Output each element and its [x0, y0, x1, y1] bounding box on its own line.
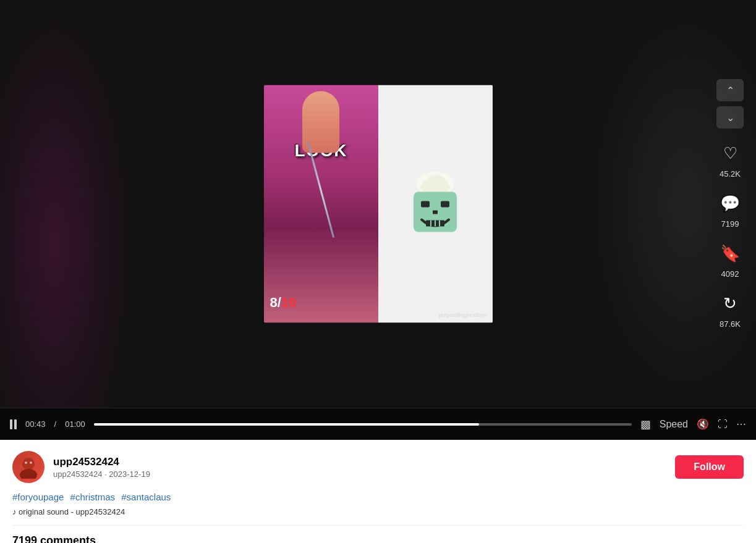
like-button[interactable]: ♡ — [716, 140, 744, 167]
speed-button[interactable]: Speed — [660, 419, 688, 430]
finger-shape — [302, 91, 339, 153]
svg-point-9 — [22, 458, 35, 470]
progress-fill — [94, 423, 480, 426]
watermark-text: putyourfingersdown — [439, 312, 488, 318]
comment-button[interactable]: 💬 — [716, 190, 744, 217]
tool-line — [307, 142, 334, 238]
creator-row: upp24532424 upp24532424 · 2023-12-19 Fol… — [12, 451, 744, 483]
svg-rect-2 — [421, 201, 430, 207]
current-time: 00:43 — [25, 419, 46, 429]
share-button[interactable]: ↻ — [716, 290, 744, 317]
speed-label: Speed — [660, 419, 688, 430]
svg-rect-4 — [433, 210, 438, 214]
svg-point-12 — [30, 461, 32, 464]
thumb-right-panel: putyourfingersdown — [378, 85, 493, 323]
comment-group: 💬 7199 — [716, 190, 744, 229]
sound-row: ♪ original sound - upp24532424 — [12, 507, 744, 516]
nav-up-button[interactable]: ⌃ — [716, 79, 744, 101]
like-group: ♡ 45.2K — [716, 140, 744, 179]
action-buttons-panel: ⌃ ⌄ ♡ 45.2K 💬 7199 🔖 4092 ↻ 87.6K — [716, 79, 744, 329]
nav-down-button[interactable]: ⌄ — [716, 106, 744, 128]
creator-handle-date: upp24532424 · 2023-12-19 — [53, 469, 666, 479]
time-separator: / — [54, 419, 57, 429]
avatar — [12, 451, 45, 483]
hashtag-christmas[interactable]: #christmas — [70, 492, 116, 502]
svg-rect-3 — [441, 201, 449, 207]
hashtags-row: #foryoupage #christmas #santaclaus — [12, 492, 744, 502]
pause-icon — [10, 419, 17, 429]
fullscreen-button[interactable]: ⛶ — [718, 419, 728, 430]
info-area: upp24532424 upp24532424 · 2023-12-19 Fol… — [0, 440, 756, 543]
cookie-svg — [404, 164, 466, 244]
share-group: ↻ 87.6K — [716, 290, 744, 329]
hashtag-santaclaus[interactable]: #santaclaus — [121, 492, 171, 502]
share-count: 87.6K — [720, 319, 741, 329]
score-white: 8/ — [270, 295, 281, 310]
thumb-left-panel: LOOK 8/10 — [264, 85, 378, 323]
sound-text: ♪ original sound - upp24532424 — [12, 507, 125, 516]
svg-point-11 — [25, 461, 27, 464]
follow-button[interactable]: Follow — [675, 455, 744, 479]
pause-bar-2 — [14, 419, 17, 429]
bookmark-count: 4092 — [721, 269, 739, 279]
finger-area — [264, 85, 378, 323]
creator-name: upp24532424 — [53, 456, 666, 468]
more-options-button[interactable]: ⋯ — [736, 418, 746, 430]
right-controls: ▩ Speed 🔇 ⛶ ⋯ — [640, 418, 746, 431]
svg-point-10 — [20, 469, 37, 479]
comments-heading: 7199 comments — [12, 525, 744, 543]
bookmark-group: 🔖 4092 — [716, 240, 744, 279]
captions-button[interactable]: ▩ — [640, 418, 651, 431]
creator-info: upp24532424 upp24532424 · 2023-12-19 — [53, 456, 666, 479]
pause-button[interactable] — [10, 419, 17, 429]
mute-button[interactable]: 🔇 — [697, 418, 709, 430]
controls-bar: 00:43 / 01:00 ▩ Speed 🔇 ⛶ ⋯ — [0, 408, 756, 440]
hashtag-foryoupage[interactable]: #foryoupage — [12, 492, 64, 502]
avatar-svg — [17, 455, 40, 479]
score-red: 10 — [281, 295, 296, 310]
bookmark-button[interactable]: 🔖 — [716, 240, 744, 267]
progress-bar[interactable] — [94, 423, 632, 426]
video-thumbnail: LOOK 8/10 — [264, 85, 493, 323]
video-player[interactable]: LOOK 8/10 — [0, 0, 756, 408]
like-count: 45.2K — [720, 169, 741, 179]
pause-bar-1 — [10, 419, 12, 429]
score-display: 8/10 — [270, 295, 297, 311]
comment-count: 7199 — [721, 219, 739, 229]
total-time: 01:00 — [65, 419, 85, 429]
